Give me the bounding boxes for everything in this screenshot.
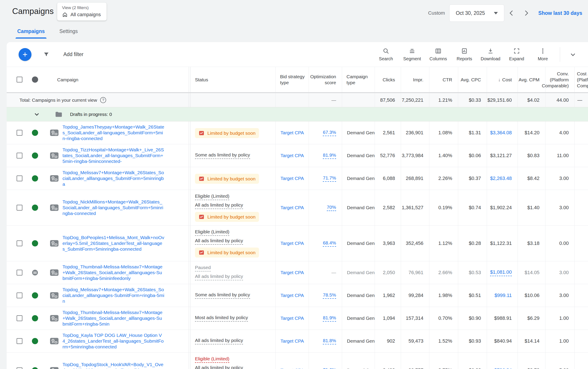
paused-status-icon[interactable] (32, 270, 38, 276)
column-split-divider[interactable] (189, 261, 191, 284)
column-header-status[interactable]: Status (191, 67, 276, 92)
bid-strategy-link[interactable]: Target CPA (281, 368, 304, 369)
enabled-status-icon[interactable] (32, 315, 38, 321)
optimization-score-link[interactable]: 78.5% (323, 292, 336, 299)
row-checkbox[interactable] (17, 270, 22, 276)
row-checkbox[interactable] (17, 293, 22, 298)
campaign-name-link[interactable]: Topdog_JamesTheypay+Montage+Walk_26State… (62, 124, 164, 141)
bid-strategy-link[interactable]: Target CPA (281, 293, 304, 298)
optimization-score-link[interactable]: 70% (327, 205, 336, 211)
row-checkbox[interactable] (17, 205, 22, 211)
column-header-clicks[interactable]: Clicks (375, 67, 401, 92)
column-header-ctr[interactable]: CTR (429, 67, 458, 92)
column-split-divider[interactable] (189, 67, 191, 92)
bid-strategy-link[interactable]: Target CPA (281, 176, 304, 181)
status-badge[interactable]: Limited by budget soon (195, 174, 259, 184)
select-all-checkbox[interactable] (17, 77, 22, 82)
column-header-bid-strategy-type[interactable]: Bid strategy type (276, 67, 309, 92)
enabled-status-icon[interactable] (32, 338, 38, 344)
optimization-score-link[interactable]: 81.9% (323, 153, 336, 159)
campaign-name-link[interactable]: Topdog_NickMillions+Montage+Walk_26State… (62, 199, 164, 216)
optimization-score-link[interactable]: 71.7% (323, 175, 336, 182)
status-text[interactable]: Some ads limited by policy (195, 152, 250, 159)
column-split-divider[interactable] (189, 190, 191, 226)
status-badge[interactable]: Limited by budget soon (195, 247, 259, 257)
cost-value[interactable]: $796.84 (494, 368, 512, 369)
add-filter-button[interactable]: Add filter (63, 51, 83, 57)
bid-strategy-link[interactable]: Target CPA (281, 205, 304, 210)
view-filters-chip[interactable]: View (2 filters) All campaigns (57, 3, 107, 20)
status-text[interactable]: All ads limited by policy (195, 238, 243, 245)
campaign-name-link[interactable]: Topdog_Thumbnail-Melissa-Melissav7+Monta… (62, 264, 164, 281)
cost-value[interactable]: $2,263.48 (490, 175, 512, 181)
status-text[interactable]: Paused (195, 265, 211, 271)
column-header-avg-cpm[interactable]: Avg. CPM (518, 67, 546, 92)
drafts-row[interactable]: Drafts in progress: 0 (7, 107, 588, 122)
new-campaign-button[interactable] (19, 48, 31, 61)
bid-strategy-link[interactable]: Target CPA (281, 338, 304, 344)
row-checkbox[interactable] (17, 240, 22, 246)
toolbar-action-more[interactable]: More (530, 48, 556, 62)
column-split-divider[interactable] (189, 330, 191, 352)
tab-campaigns[interactable]: Campaigns (17, 28, 45, 39)
campaign-name-link[interactable]: TopDog_Kayla TOP DOG LAW_House Option V4… (62, 332, 164, 350)
row-checkbox[interactable] (17, 153, 22, 158)
status-text[interactable]: Eligible (Limited) (195, 194, 229, 200)
campaign-name-link[interactable]: Topdog_Melissav7+Montage+Walk_26States_S… (62, 287, 164, 304)
toolbar-action-columns[interactable]: Columns (425, 48, 451, 62)
optimization-score-link[interactable]: 68.4% (323, 240, 336, 247)
toolbar-action-expand[interactable]: Expand (504, 48, 530, 62)
enabled-status-icon[interactable] (32, 367, 38, 369)
status-text[interactable]: All ads limited by policy (195, 274, 243, 280)
row-checkbox[interactable] (17, 338, 22, 344)
toolbar-action-download[interactable]: Download (477, 48, 504, 62)
status-text[interactable]: Eligible (Limited) (195, 229, 229, 236)
optimization-score-link[interactable]: 81.9% (323, 315, 336, 322)
campaign-name-link[interactable]: TopDog_BoPeoples1+Melissa_Mont_Walk+noOv… (62, 235, 164, 252)
column-split-divider[interactable] (189, 167, 191, 190)
bid-strategy-link[interactable]: Target CPA (281, 316, 304, 321)
enabled-status-icon[interactable] (32, 175, 38, 182)
enabled-status-icon[interactable] (32, 153, 38, 159)
column-header-campaign-type[interactable]: Campaign type (342, 67, 375, 92)
cost-value[interactable]: $3,364.08 (490, 130, 512, 136)
column-header-campaign[interactable]: Campaign (44, 67, 189, 92)
column-split-divider[interactable] (189, 353, 191, 369)
filter-icon[interactable] (43, 51, 50, 58)
cost-value[interactable]: $1,081.00 (490, 269, 512, 276)
enabled-status-icon[interactable] (32, 205, 38, 211)
bid-strategy-link[interactable]: Target CPA (281, 153, 304, 158)
bid-strategy-link[interactable]: Target CPA (281, 241, 304, 246)
status-badge[interactable]: Limited by budget soon (195, 128, 259, 138)
show-last-30-days-link[interactable]: Show last 30 days (538, 10, 582, 16)
column-header-cost-per-conv[interactable]: Cost / conv. (Platform Comparable) (575, 67, 588, 92)
column-header-avg-cpc[interactable]: Avg. CPC (458, 67, 487, 92)
previous-date-button[interactable] (504, 6, 519, 20)
status-text[interactable]: Most ads limited by policy (195, 315, 248, 322)
bid-strategy-link[interactable]: Target CPA (281, 270, 304, 275)
enabled-status-icon[interactable] (32, 292, 38, 298)
row-checkbox[interactable] (17, 175, 22, 181)
enabled-status-icon[interactable] (32, 130, 38, 136)
toolbar-action-search[interactable]: Search (373, 48, 399, 62)
toolbar-action-segment[interactable]: Segment (399, 48, 425, 62)
status-text[interactable]: Eligible (Limited) (195, 356, 229, 363)
row-checkbox[interactable] (17, 130, 22, 136)
collapse-table-icon[interactable] (564, 51, 582, 58)
enabled-status-icon[interactable] (32, 240, 38, 246)
row-checkbox[interactable] (17, 368, 22, 369)
column-split-divider[interactable] (189, 226, 191, 261)
status-text[interactable]: All ads limited by policy (195, 365, 243, 369)
campaign-name-link[interactable]: Topdog_Thumbnail-Melissa-Melissav7+Monta… (62, 310, 164, 327)
column-split-divider[interactable] (189, 284, 191, 307)
tab-settings[interactable]: Settings (59, 28, 78, 39)
optimization-score-link[interactable]: 81.8% (323, 338, 336, 344)
column-header-conversions[interactable]: Conv. (Platform Comparable) (546, 67, 575, 92)
status-text[interactable]: Some ads limited by policy (195, 292, 250, 299)
bid-strategy-link[interactable]: Target CPA (281, 130, 304, 135)
status-badge[interactable]: Limited by budget soon (195, 212, 259, 222)
cost-value[interactable]: $999.11 (495, 293, 512, 298)
row-checkbox[interactable] (17, 315, 22, 321)
date-range-selector[interactable]: Oct 30, 2025 (449, 4, 504, 22)
status-text[interactable]: All ads limited by policy (195, 202, 243, 209)
